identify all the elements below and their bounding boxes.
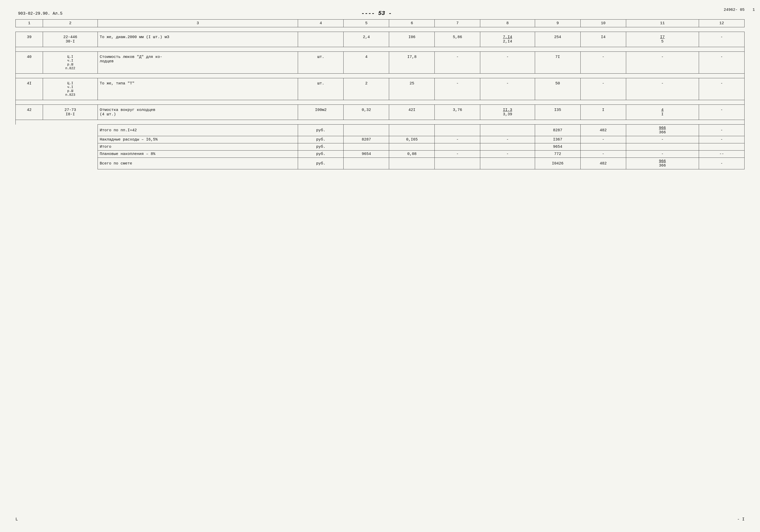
spacer-row <box>16 120 744 124</box>
sum4-col2 <box>43 151 98 158</box>
sum2-col9: I367 <box>535 136 580 143</box>
table-row: 40 Ц.I ч.I р.Ш п.822 Стоимость люков "Д"… <box>16 52 744 73</box>
sum1-col5 <box>344 124 389 136</box>
main-table: 1 2 3 4 5 6 7 8 9 10 11 12 39 22-446 30-… <box>16 19 744 169</box>
row40-col7: - <box>435 52 480 73</box>
sum3-col12 <box>699 143 744 151</box>
sum1-col3: Итого по пп.I+42 <box>98 124 298 136</box>
sum1-col2 <box>43 124 98 136</box>
row39-col5: 2,4 <box>344 32 389 47</box>
page-center: ---- 53 - <box>361 10 392 17</box>
row41-col5: 2 <box>344 78 389 100</box>
header-col1: 1 <box>16 20 43 27</box>
row39-col11: I75 <box>626 32 699 47</box>
row40-col1: 40 <box>16 52 43 73</box>
row40-col5: 4 <box>344 52 389 73</box>
row39-col2: 22-446 30-I <box>43 32 98 47</box>
sum5-col12: - <box>699 158 744 169</box>
row40-col2: Ц.I ч.I р.Ш п.822 <box>43 52 98 73</box>
summary-row-nakladnye: Накладные расходы – I6,5% руб. 8287 0,I6… <box>16 136 744 143</box>
summary-row-vsego: Всего по смете руб. I0426 482 966366 - <box>16 158 744 169</box>
row39-col6: I06 <box>389 32 435 47</box>
sum5-col4: руб. <box>298 158 344 169</box>
sum2-col1 <box>16 136 43 143</box>
row40-col6: I7,8 <box>389 52 435 73</box>
sum2-col2 <box>43 136 98 143</box>
sum4-col11: - <box>626 151 699 158</box>
sum2-col7: - <box>435 136 480 143</box>
row39-col4 <box>298 32 344 47</box>
header-col2: 2 <box>43 20 98 27</box>
spacer-row <box>16 73 744 78</box>
bottom-left-mark: L <box>16 517 18 522</box>
sum3-col4: руб. <box>298 143 344 151</box>
sum4-col1 <box>16 151 43 158</box>
row42-col2: 27-73 I8-I <box>43 105 98 120</box>
row39-col1: 39 <box>16 32 43 47</box>
sum3-col2 <box>43 143 98 151</box>
sum5-col5 <box>344 158 389 169</box>
row41-col4: шт. <box>298 78 344 100</box>
sum3-col3: Итого <box>98 143 298 151</box>
sum5-col8 <box>480 158 535 169</box>
page-corner-number: 1 <box>752 8 755 12</box>
row40-col8: - <box>480 52 535 73</box>
sum1-col6 <box>389 124 435 136</box>
spacer-row <box>16 47 744 52</box>
sum3-col6 <box>389 143 435 151</box>
row41-col8: - <box>480 78 535 100</box>
bottom-right-mark: - I <box>737 517 744 522</box>
sum5-col9: I0426 <box>535 158 580 169</box>
row39-col8: 7,I42,I4 <box>480 32 535 47</box>
table-row: 39 22-446 30-I То же, диам.2000 мм (I шт… <box>16 32 744 47</box>
page-number-top: 24962- 05 <box>724 8 744 12</box>
spacer-row <box>16 100 744 105</box>
row42-col11: 4I <box>626 105 699 120</box>
row41-col12: - <box>699 78 744 100</box>
row39-col7: 5,86 <box>435 32 480 47</box>
row42-col8: II,33,39 <box>480 105 535 120</box>
row42-col7: 3,76 <box>435 105 480 120</box>
header-col8: 8 <box>480 20 535 27</box>
table-header-row: 1 2 3 4 5 6 7 8 9 10 11 12 <box>16 20 744 27</box>
header: 903-02-29.90. Ал.5 ---- 53 - <box>16 10 744 17</box>
row39-col3: То же, диам.2000 мм (I шт.) мЗ <box>98 32 298 47</box>
header-col3: 3 <box>98 20 298 27</box>
sum5-col3: Всего по смете <box>98 158 298 169</box>
sum4-col12: -- <box>699 151 744 158</box>
sum2-col3: Накладные расходы – I6,5% <box>98 136 298 143</box>
sum1-col7 <box>435 124 480 136</box>
sum2-col5: 8287 <box>344 136 389 143</box>
header-col4: 4 <box>298 20 344 27</box>
sum3-col1 <box>16 143 43 151</box>
sum4-col5: 9654 <box>344 151 389 158</box>
summary-row-itogo: Итого по пп.I+42 руб. 8287 482 966366 - <box>16 124 744 136</box>
row42-col10: I <box>580 105 626 120</box>
row42-col5: 0,32 <box>344 105 389 120</box>
table-row: 42 27-73 I8-I Отмостка вокруг колодцев(4… <box>16 105 744 120</box>
row42-col4: I00м2 <box>298 105 344 120</box>
sum2-col10: - <box>580 136 626 143</box>
sum4-col8: - <box>480 151 535 158</box>
sum5-col11: 966366 <box>626 158 699 169</box>
row42-col3: Отмостка вокруг колодцев(4 шт.) <box>98 105 298 120</box>
row40-col9: 7I <box>535 52 580 73</box>
sum5-col7 <box>435 158 480 169</box>
sum4-col4: руб. <box>298 151 344 158</box>
header-col11: 11 <box>626 20 699 27</box>
table-row: 4I Ц.I ч.I р.Ш п.823 То же, типа "T" шт.… <box>16 78 744 100</box>
sum2-col4: руб. <box>298 136 344 143</box>
sum5-col1 <box>16 158 43 169</box>
sum3-col5 <box>344 143 389 151</box>
sum1-col11: 966366 <box>626 124 699 136</box>
row42-col9: I35 <box>535 105 580 120</box>
sum2-col12: - <box>699 136 744 143</box>
header-col10: 10 <box>580 20 626 27</box>
row40-col11: - <box>626 52 699 73</box>
sum4-col9: 772 <box>535 151 580 158</box>
summary-row-planovye: Плановые накопления – 8% руб. 9654 0,08 … <box>16 151 744 158</box>
row39-col9: 254 <box>535 32 580 47</box>
row41-col1: 4I <box>16 78 43 100</box>
row41-col3: То же, типа "T" <box>98 78 298 100</box>
sum3-col9: 9654 <box>535 143 580 151</box>
